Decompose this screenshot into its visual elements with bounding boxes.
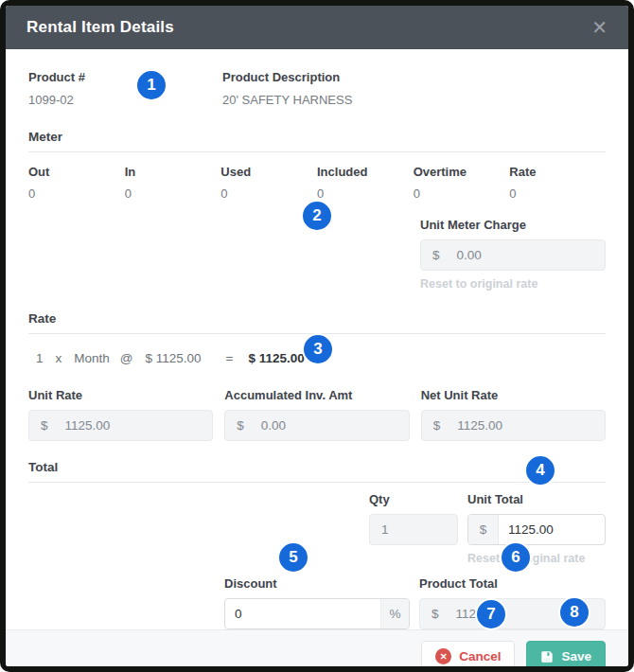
cancel-button[interactable]: ✕ Cancel <box>421 641 515 666</box>
callout-badge-3: 3 <box>302 333 334 365</box>
reset-to-original-rate-link[interactable]: Reset to original rate <box>420 277 606 291</box>
unit-rate-value: 1125.00 <box>65 418 111 433</box>
meter-used-value: 0 <box>220 186 317 201</box>
modal-footer: ✕ Cancel Save <box>6 629 628 666</box>
meter-out-label: Out <box>28 165 125 179</box>
meter-divider <box>28 151 606 152</box>
currency-symbol: $ <box>432 248 440 262</box>
save-button-label: Save <box>561 649 591 663</box>
net-unit-rate-value: 1125.00 <box>457 418 502 433</box>
rate-fields-grid: Unit Rate $ 1125.00 Accumulated Inv. Amt… <box>28 388 606 441</box>
product-description-label: Product Description <box>222 70 606 84</box>
screenshot-frame: Rental Item Details ✕ Product # 1099-02 … <box>0 0 634 672</box>
qty-label: Qty <box>369 492 458 506</box>
meter-in-value: 0 <box>125 186 221 201</box>
meter-included-value: 0 <box>317 186 414 201</box>
meter-col-rate: Rate 0 <box>509 165 606 201</box>
callout-badge-4: 4 <box>524 454 556 486</box>
product-description-group: Product Description 20' SAFETY HARNESS <box>222 70 606 107</box>
unit-total-input[interactable] <box>499 522 605 537</box>
reset-to-original-rate-link[interactable]: Reset to original rate <box>467 552 606 565</box>
rate-amount: $ 1125.00 <box>146 351 202 365</box>
callout-badge-6: 6 <box>500 541 532 574</box>
accumulated-inv-amt-label: Accumulated Inv. Amt <box>224 388 409 402</box>
percent-symbol: % <box>380 599 409 628</box>
product-number-value: 1099-02 <box>28 93 222 107</box>
meter-overtime-value: 0 <box>414 186 510 201</box>
product-info-row: Product # 1099-02 Product Description 20… <box>28 70 606 107</box>
net-unit-rate-group: Net Unit Rate $ 1125.00 <box>421 388 606 441</box>
unit-total-label: Unit Total <box>467 492 606 506</box>
rate-multiply-sign: x <box>56 351 62 365</box>
callout-badge-8: 8 <box>558 596 590 628</box>
discount-input[interactable] <box>225 607 380 621</box>
net-unit-rate-field: $ 1125.00 <box>421 410 606 441</box>
rate-at-sign: @ <box>120 351 133 365</box>
currency-symbol: $ <box>433 418 441 433</box>
modal-header: Rental Item Details ✕ <box>6 6 628 49</box>
rate-period: Month <box>74 351 110 365</box>
currency-symbol: $ <box>237 418 244 433</box>
meter-in-label: In <box>125 165 221 179</box>
rate-line-total: $ 1125.00 <box>248 351 304 365</box>
unit-rate-field: $ 1125.00 <box>28 410 213 441</box>
unit-total-group: Unit Total $ Reset to original rate <box>467 492 606 565</box>
accumulated-inv-amt-group: Accumulated Inv. Amt $ 0.00 <box>224 388 409 441</box>
product-number-label: Product # <box>28 70 222 84</box>
meter-section-heading: Meter <box>28 130 606 144</box>
accumulated-inv-amt-field: $ 0.00 <box>224 410 409 441</box>
rate-qty: 1 <box>36 351 44 365</box>
product-total-label: Product Total <box>419 576 606 591</box>
unit-meter-charge-value: 0.00 <box>457 248 482 262</box>
callout-badge-7: 7 <box>475 598 507 630</box>
qty-value: 1 <box>381 522 389 537</box>
currency-symbol: $ <box>431 607 439 621</box>
modal-title: Rental Item Details <box>26 18 174 37</box>
unit-meter-charge-group: Unit Meter Charge $ 0.00 Reset to origin… <box>420 218 606 291</box>
cancel-circle-x-icon: ✕ <box>435 648 451 664</box>
unit-rate-group: Unit Rate $ 1125.00 <box>28 388 213 441</box>
net-unit-rate-label: Net Unit Rate <box>421 388 606 402</box>
meter-rate-value: 0 <box>509 186 606 201</box>
total-divider <box>28 482 606 483</box>
accumulated-inv-amt-value: 0.00 <box>261 418 286 433</box>
meter-col-overtime: Overtime 0 <box>414 165 510 201</box>
currency-symbol: $ <box>468 515 499 544</box>
product-description-value: 20' SAFETY HARNESS <box>222 93 606 107</box>
floppy-disk-icon <box>540 650 554 663</box>
callout-badge-5: 5 <box>277 541 309 574</box>
meter-col-out: Out 0 <box>28 165 125 201</box>
unit-meter-charge-field: $ 0.00 <box>420 239 606 271</box>
meter-col-used: Used 0 <box>220 165 317 201</box>
meter-grid: Out 0 In 0 Used 0 Included 0 Overtime <box>28 165 606 201</box>
rate-equals-sign: = <box>226 351 234 365</box>
rate-section-heading: Rate <box>28 311 606 326</box>
meter-out-value: 0 <box>28 186 125 201</box>
qty-group: Qty 1 <box>369 492 458 565</box>
discount-label: Discount <box>224 576 410 591</box>
meter-overtime-label: Overtime <box>414 165 510 179</box>
meter-rate-label: Rate <box>509 165 606 179</box>
currency-symbol: $ <box>41 418 48 433</box>
unit-total-field: $ <box>467 514 606 545</box>
unit-meter-charge-label: Unit Meter Charge <box>420 218 606 232</box>
discount-product-total-row: Discount % Product Total $ 1125.00 <box>28 576 606 629</box>
callout-badge-2: 2 <box>301 200 333 232</box>
meter-col-in: In 0 <box>125 165 221 201</box>
close-icon[interactable]: ✕ <box>591 18 608 37</box>
unit-rate-label: Unit Rate <box>28 388 213 402</box>
discount-field: % <box>224 598 410 629</box>
meter-used-label: Used <box>220 165 317 179</box>
meter-col-included: Included 0 <box>317 165 414 201</box>
total-section-heading: Total <box>28 460 606 474</box>
meter-included-label: Included <box>317 165 414 179</box>
discount-group: Discount % <box>224 576 410 629</box>
save-button[interactable]: Save <box>526 641 606 666</box>
callout-badge-1: 1 <box>135 69 167 101</box>
qty-field: 1 <box>369 514 458 545</box>
product-number-group: Product # 1099-02 <box>28 70 222 107</box>
cancel-button-label: Cancel <box>459 649 501 663</box>
